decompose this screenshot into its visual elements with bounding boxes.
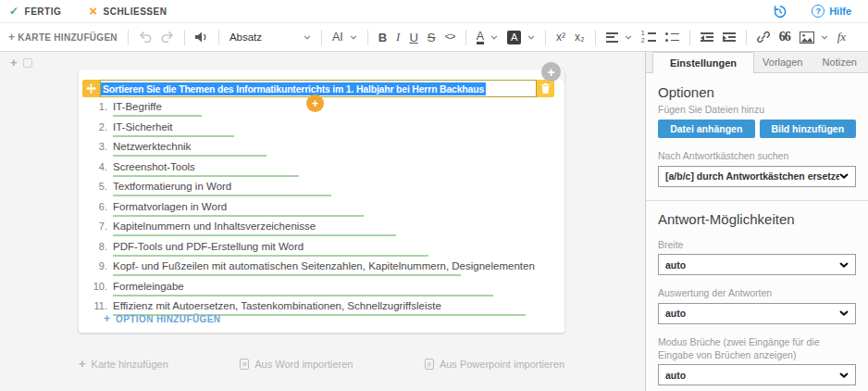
highlight-color-icon: A (507, 31, 521, 44)
dropdown[interactable]: auto (658, 303, 856, 324)
chevron-down-icon (839, 310, 849, 316)
import-powerpoint-button[interactable]: p Aus Powerpoint importieren (425, 359, 564, 370)
close-button[interactable]: × SCHLIESSEN (89, 6, 167, 17)
list-item[interactable]: 9.Kopf- und Fußzeilen mit automatischen … (79, 259, 564, 280)
item-underline (113, 215, 364, 217)
redo-button[interactable] (156, 32, 179, 43)
add-card-bottom-button[interactable]: + Karte hinzufügen (79, 357, 168, 371)
files-hint: Fügen Sie Dateien hinzu (658, 104, 856, 115)
dropdown[interactable]: auto (658, 364, 856, 385)
dropdown-value: auto (665, 308, 686, 319)
list-item[interactable]: 7.Kapitelnummern und Inhaltsverzeichenis… (79, 220, 564, 240)
add-icon[interactable]: + (10, 56, 18, 69)
subscript-button[interactable]: x₂ (570, 31, 589, 44)
top-bar: ✓ FERTIG × SCHLIESSEN ? Hilfe (0, 0, 868, 23)
divider (646, 200, 868, 201)
image-icon (800, 32, 814, 44)
indent-button[interactable] (718, 32, 740, 42)
item-text[interactable]: Netzwerktechnik (113, 141, 191, 152)
formula-button[interactable]: fx (833, 30, 850, 44)
list-item[interactable]: 6.Formatvorlagen in Word (79, 200, 564, 221)
item-underline (113, 295, 493, 296)
item-underline (113, 115, 202, 117)
copy-icon[interactable] (23, 58, 32, 68)
dropdown[interactable]: auto (658, 254, 856, 275)
item-text[interactable]: Screenshot-Tools (113, 161, 195, 172)
list-item[interactable]: 3.Netzwerktechnik (79, 140, 564, 160)
done-button[interactable]: ✓ FERTIG (9, 5, 61, 18)
add-card-button[interactable]: + KARTE HINZUFÜGEN (4, 31, 122, 44)
list-item[interactable]: 5.Textformatierung in Word (79, 180, 564, 200)
link-button[interactable] (752, 31, 775, 44)
quote-button[interactable]: 66 (775, 30, 795, 44)
list-item[interactable]: 2.IT-Sicherheit (79, 120, 564, 141)
move-icon (86, 83, 96, 94)
help-icon: ? (812, 5, 825, 18)
add-item-button[interactable]: + (306, 95, 324, 112)
help-button[interactable]: ? Hilfe (812, 5, 851, 18)
indent-icon (723, 32, 736, 42)
list-item[interactable]: 10.Formeleingabe (79, 280, 564, 300)
outdent-button[interactable] (696, 32, 718, 42)
item-number: 9. (79, 260, 107, 271)
sidebar-content: Optionen Fügen Sie Dateien hinzu Datei a… (646, 84, 868, 391)
item-text[interactable]: PDF-Tools und PDF-Erstellung mit Word (113, 241, 304, 252)
item-number: 3. (79, 141, 107, 152)
history-icon (773, 5, 787, 19)
help-label: Hilfe (829, 6, 851, 17)
image-dropdown[interactable] (795, 32, 833, 44)
code-button[interactable]: <> (440, 32, 460, 43)
tab-notizen[interactable]: Notizen (812, 52, 868, 72)
item-underline (113, 255, 428, 257)
chevron-down-icon (821, 35, 828, 40)
item-number: 4. (79, 161, 107, 172)
item-underline (113, 155, 267, 157)
tab-vorlagen[interactable]: Vorlagen (754, 52, 812, 72)
import-word-button[interactable]: w Aus Word importieren (240, 359, 353, 370)
list-item[interactable]: 4.Screenshot-Tools (79, 160, 564, 181)
chevron-down-icon (304, 35, 311, 40)
bold-button[interactable]: B (374, 31, 391, 44)
font-size-dropdown[interactable]: AI (328, 31, 362, 44)
item-text[interactable]: IT-Sicherheit (113, 121, 173, 132)
word-doc-icon: w (240, 359, 249, 370)
paragraph-style-dropdown[interactable]: Absatz (225, 32, 316, 43)
check-icon: ✓ (9, 5, 19, 18)
add-option-button[interactable]: + OPTION HINZUFÜGEN (104, 312, 220, 325)
tab-einstellungen[interactable]: Einstellungen (652, 52, 754, 73)
undo-button[interactable] (134, 32, 156, 43)
item-text[interactable]: Kopf- und Fußzeilen mit automatischen Se… (113, 260, 535, 271)
card-item-list: 1.IT-Begriffe2.IT-Sicherheit3.Netzwerkte… (79, 100, 564, 320)
add-corner-button[interactable]: + (541, 62, 561, 82)
options-heading: Optionen (658, 84, 856, 100)
audio-button[interactable] (191, 32, 213, 43)
text-color-dropdown[interactable]: A (472, 31, 502, 44)
list-item[interactable]: 8.PDF-Tools und PDF-Erstellung mit Word (79, 240, 564, 260)
undo-icon (139, 32, 152, 43)
history-button[interactable] (773, 5, 787, 19)
item-text[interactable]: Textformatierung in Word (113, 181, 231, 192)
superscript-button[interactable]: x² (552, 31, 570, 44)
highlight-color-dropdown[interactable]: A (502, 31, 539, 44)
underline-button[interactable]: U (404, 31, 422, 44)
ordered-list-button[interactable] (637, 32, 661, 43)
strikethrough-button[interactable]: S (423, 31, 440, 44)
item-underline (113, 135, 234, 137)
chevron-down-icon (839, 372, 849, 378)
drag-handle[interactable] (82, 80, 100, 97)
attach-file-button[interactable]: Datei anhängen (658, 120, 755, 138)
card-tools: + (10, 56, 32, 69)
add-image-button[interactable]: Bild hinzufügen (760, 120, 857, 138)
chevron-down-icon (490, 35, 498, 40)
item-underline (113, 175, 299, 177)
item-text[interactable]: Formatvorlagen in Word (113, 201, 227, 212)
item-text[interactable]: Formeleingabe (113, 281, 184, 292)
item-text[interactable]: Effizienz mit Autoersetzen, Tastenkombin… (113, 300, 441, 311)
answer-box-dropdown[interactable]: [a/b/c] durch Antwortkästchen ersetzen (658, 166, 856, 187)
unordered-list-button[interactable] (661, 32, 684, 42)
align-dropdown[interactable] (601, 32, 637, 43)
item-text[interactable]: Kapitelnummern und Inhaltsverzeichenisse (113, 221, 316, 232)
unordered-list-icon (665, 32, 679, 42)
italic-button[interactable]: I (391, 30, 404, 44)
delete-button[interactable] (537, 80, 554, 97)
